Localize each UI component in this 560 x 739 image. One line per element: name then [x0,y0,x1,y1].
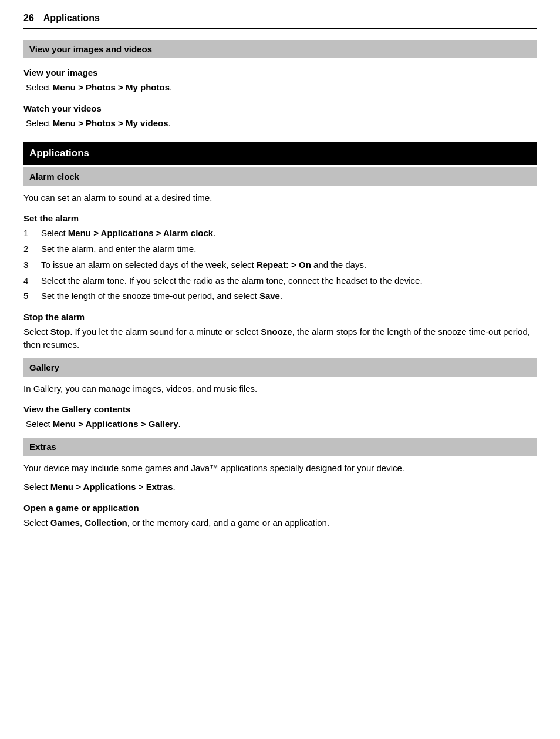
view-gallery-text: Select Menu > Applications > Gallery. [23,418,537,431]
view-images-prefix: Select [26,82,53,92]
step-num-1: 1 [23,227,34,240]
step-1-bold: Menu > Applications > Alarm clock [68,228,213,238]
set-alarm-title: Set the alarm [23,212,537,224]
gallery-bar: Gallery [23,358,537,377]
stop-alarm-title: Stop the alarm [23,311,537,323]
step-num-4: 4 [23,274,34,287]
stop-bold2: Snooze [261,327,292,337]
stop-middle: . If you let the alarm sound for a minut… [70,327,261,337]
step-5-suffix: . [280,291,282,301]
page-header: 26 Applications [23,12,537,29]
extras-section: Extras Your device may include some game… [23,438,537,529]
set-alarm-step-5: 5 Set the length of the snooze time-out … [23,290,537,303]
watch-videos-text: Select Menu > Photos > My videos. [23,117,537,130]
set-alarm-step-4: 4 Select the alarm tone. If you select t… [23,274,537,287]
watch-videos-title: Watch your videos [23,102,537,115]
alarm-clock-intro: You can set an alarm to sound at a desir… [23,192,537,204]
watch-videos-suffix: . [168,118,171,128]
page-number: 26 [23,12,34,25]
step-1-suffix: . [213,228,215,238]
open-game-prefix: Select [23,518,50,528]
open-game-bold2: Collection [85,518,127,528]
stop-prefix: Select [23,327,50,337]
stop-alarm-text: Select Stop. If you let the alarm sound … [23,325,537,351]
view-gallery-title: View the Gallery contents [23,403,537,415]
step-1-prefix: Select [41,228,68,238]
gallery-intro: In Gallery, you can manage images, video… [23,382,537,395]
step-3-suffix: and the days. [311,260,366,270]
page-header-title: Applications [43,12,100,25]
open-game-comma: , [80,518,85,528]
view-images-videos-bar: View your images and videos [23,40,537,58]
step-3-bold: Repeat: > On [257,260,311,270]
view-images-block: View your images Select Menu > Photos > … [23,66,537,94]
watch-videos-block: Watch your videos Select Menu > Photos >… [23,102,537,130]
view-gallery-bold: Menu > Applications > Gallery [53,419,178,429]
step-4-text: Select the alarm tone. If you select the… [41,274,423,287]
applications-section: Applications Alarm clock You can set an … [23,142,537,529]
applications-bar: Applications [23,142,537,165]
open-game-block: Open a game or application Select Games,… [23,502,537,529]
step-1-text: Select Menu > Applications > Alarm clock… [41,227,215,240]
extras-bar: Extras [23,438,537,456]
stop-alarm-block: Stop the alarm Select Stop. If you let t… [23,311,537,351]
step-num-3: 3 [23,258,34,271]
gallery-section: Gallery In Gallery, you can manage image… [23,358,537,431]
watch-videos-prefix: Select [26,118,53,128]
set-alarm-step-3: 3 To issue an alarm on selected days of … [23,258,537,271]
view-images-videos-section: View your images and videos View your im… [23,40,537,130]
step-3-prefix: To issue an alarm on selected days of th… [41,260,257,270]
step-num-2: 2 [23,243,34,256]
extras-select-prefix: Select [23,482,50,492]
step-5-text: Set the length of the snooze time-out pe… [41,290,282,303]
step-5-prefix: Set the length of the snooze time-out pe… [41,291,259,301]
stop-bold1: Stop [50,327,70,337]
set-alarm-step-2: 2 Set the alarm, and enter the alarm tim… [23,243,537,256]
view-images-suffix: . [170,82,172,92]
extras-select-suffix: . [173,482,176,492]
open-game-suffix: , or the memory card, and a game or an a… [127,518,329,528]
view-images-menu: Menu > Photos > My photos [53,82,170,92]
open-game-bold1: Games [50,518,80,528]
set-alarm-step-1: 1 Select Menu > Applications > Alarm clo… [23,227,537,240]
view-gallery-block: View the Gallery contents Select Menu > … [23,403,537,431]
alarm-clock-section: Alarm clock You can set an alarm to soun… [23,167,537,351]
view-images-text: Select Menu > Photos > My photos. [23,81,537,94]
extras-intro: Your device may include some games and J… [23,462,537,475]
view-gallery-suffix: . [178,419,181,429]
step-num-5: 5 [23,290,34,303]
set-alarm-list: 1 Select Menu > Applications > Alarm clo… [23,227,537,303]
open-game-title: Open a game or application [23,502,537,514]
alarm-clock-bar: Alarm clock [23,167,537,186]
extras-select-text: Select Menu > Applications > Extras. [23,481,537,493]
step-3-text: To issue an alarm on selected days of th… [41,258,366,271]
view-images-title: View your images [23,66,537,79]
step-5-bold: Save [259,291,280,301]
watch-videos-menu: Menu > Photos > My videos [53,118,168,128]
set-alarm-block: Set the alarm 1 Select Menu > Applicatio… [23,212,537,303]
view-gallery-prefix: Select [26,419,53,429]
step-2-text: Set the alarm, and enter the alarm time. [41,243,196,256]
extras-select-bold: Menu > Applications > Extras [50,482,173,492]
open-game-text: Select Games, Collection, or the memory … [23,516,537,529]
